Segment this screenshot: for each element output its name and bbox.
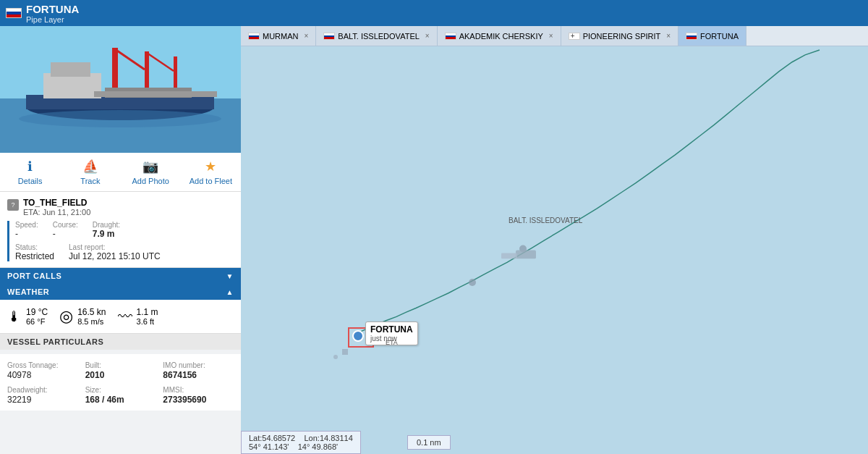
particulars-header: VESSEL PARTICULARS (0, 334, 241, 350)
port-calls-arrow: ▼ (226, 272, 234, 280)
speed-field: Speed: - (15, 221, 38, 239)
camera-icon: 📷 (142, 159, 158, 175)
particulars-section: Gross Tonnage: 40978 Built: 2010 IMO num… (0, 354, 241, 411)
thermometer-icon: 🌡 (7, 308, 22, 325)
svg-point-14 (469, 279, 476, 286)
murman-close[interactable]: × (305, 32, 309, 40)
nearby-dot-2 (333, 355, 338, 359)
vessel-type: Pipe Layer (26, 15, 79, 24)
gross-tonnage-field: Gross Tonnage: 40978 (7, 360, 78, 380)
tab-fortuna[interactable]: FORTUNA (678, 26, 746, 46)
built-field: Built: 2010 (85, 360, 156, 380)
scale-value: 0.1 nm (417, 438, 441, 447)
tab-fortuna-label: FORTUNA (700, 32, 739, 41)
track-line (241, 46, 868, 454)
last-report-value: Jul 12, 2021 15:10 UTC (69, 251, 161, 261)
mmsi-label: MMSI: (163, 386, 184, 394)
mmsi-field: MMSI: 273395690 (163, 384, 234, 405)
weather-label: WEATHER (7, 287, 49, 296)
wave-ft: 3.6 ft (137, 317, 158, 326)
status-value: Restricted (15, 251, 54, 261)
weather-arrow: ▲ (226, 288, 234, 296)
destination: TO_THE_FIELD (23, 198, 90, 208)
tab-akademik[interactable]: AKADEMIK CHERSKIY × (438, 26, 561, 46)
wind-ms: 8.5 m/s (77, 317, 106, 326)
info-icon: ℹ (27, 159, 33, 175)
last-report-field: Last report: Jul 12, 2021 15:10 UTC (69, 243, 161, 261)
lon-dms: 14° 49.868' (298, 442, 338, 451)
eta-map-label: ETA (386, 339, 398, 346)
svg-rect-12 (94, 91, 217, 97)
map-panel[interactable]: MURMAN × BALT. ISSLEDOVATEL × AKADEMIK C… (241, 26, 868, 454)
fortuna-popup-name: FORTUNA (370, 324, 413, 335)
app-header: FORTUNA Pipe Layer (0, 0, 868, 26)
deadweight-label: Deadweight: (7, 386, 48, 394)
weather-section: 🌡 19 °C 66 °F ◎ 16.5 kn 8.5 m/s 〰 1.1 m … (0, 300, 241, 334)
temp-f: 66 °F (26, 317, 48, 326)
gross-tonnage-label: Gross Tonnage: (7, 361, 58, 369)
lon-decimal: Lon:14.83114 (304, 434, 352, 442)
weather-header[interactable]: WEATHER ▲ (0, 284, 241, 300)
wave-item: 〰 1.1 m 3.6 ft (118, 307, 158, 326)
lat-decimal: Lat:54.68572 (249, 434, 295, 442)
size-label: Size: (85, 386, 101, 394)
vessel-info: ? TO_THE_FIELD ETA: Jun 11, 21:00 Speed:… (0, 192, 241, 268)
course-value: - (53, 229, 56, 239)
svg-rect-8 (145, 51, 149, 91)
status-field: Status: Restricted (15, 243, 54, 261)
svg-rect-5 (51, 62, 90, 77)
murman-flag (248, 33, 260, 40)
add-to-fleet-button[interactable]: ★ Add to Fleet (181, 153, 241, 191)
draught-label: Draught: (93, 221, 120, 229)
pioneering-close[interactable]: × (666, 32, 671, 40)
svg-rect-4 (43, 73, 101, 98)
tab-murman[interactable]: MURMAN × (241, 26, 316, 46)
port-calls-header[interactable]: PORT CALLS ▼ (0, 268, 241, 284)
add-to-fleet-label: Add to Fleet (190, 177, 232, 185)
svg-rect-17 (501, 253, 517, 258)
last-report-label: Last report: (69, 243, 161, 251)
temp-c: 19 °C (26, 307, 48, 317)
add-photo-label: Add Photo (132, 177, 169, 185)
akademik-close[interactable]: × (549, 32, 553, 40)
balt-close[interactable]: × (425, 32, 430, 40)
left-panel: ℹ Details ⛵ Track 📷 Add Photo ★ Add to F… (0, 26, 241, 454)
draught-field: Draught: 7.9 m (93, 221, 120, 239)
track-button[interactable]: ⛵ Track (60, 153, 120, 191)
fortuna-dot (352, 330, 364, 342)
wave-icon: 〰 (118, 308, 132, 325)
deadweight-value: 32219 (7, 395, 78, 405)
temperature-item: 🌡 19 °C 66 °F (7, 307, 48, 326)
draught-value: 7.9 m (93, 229, 115, 239)
tab-murman-label: MURMAN (263, 32, 299, 41)
gross-tonnage-value: 40978 (7, 370, 78, 380)
wave-m: 1.1 m (137, 307, 158, 317)
balt-flag (323, 33, 335, 40)
mmsi-value: 273395690 (163, 395, 234, 405)
nearby-dot-1 (342, 349, 348, 355)
size-field: Size: 168 / 46m (85, 384, 156, 405)
tab-pioneering[interactable]: PIONEERING SPIRIT × (561, 26, 678, 46)
details-button[interactable]: ℹ Details (0, 153, 60, 191)
tab-balt[interactable]: BALT. ISSLEDOVATEL × (316, 26, 437, 46)
status-label: Status: (15, 243, 54, 251)
main-layout: ℹ Details ⛵ Track 📷 Add Photo ★ Add to F… (0, 26, 868, 454)
imo-value: 8674156 (163, 370, 234, 380)
course-label: Course: (53, 221, 78, 229)
speed-label: Speed: (15, 221, 38, 229)
svg-point-13 (19, 110, 221, 127)
built-label: Built: (85, 361, 101, 369)
lat-dms: 54° 41.143' (249, 442, 289, 451)
track-label: Track (80, 177, 100, 185)
action-buttons: ℹ Details ⛵ Track 📷 Add Photo ★ Add to F… (0, 153, 241, 192)
details-label: Details (18, 177, 43, 185)
star-icon: ★ (205, 159, 216, 175)
balt-map-label: BALT. ISSLEDOVATEL (509, 217, 582, 224)
add-photo-button[interactable]: 📷 Add Photo (121, 153, 181, 191)
particulars-label: VESSEL PARTICULARS (7, 337, 103, 346)
map-background[interactable]: BALT. ISSLEDOVATEL FORTUNA just now ETA … (241, 46, 868, 454)
tab-bar: MURMAN × BALT. ISSLEDOVATEL × AKADEMIK C… (241, 26, 868, 46)
eta: ETA: Jun 11, 21:00 (23, 208, 90, 217)
built-value: 2010 (85, 370, 156, 380)
wind-kn: 16.5 kn (77, 307, 106, 317)
